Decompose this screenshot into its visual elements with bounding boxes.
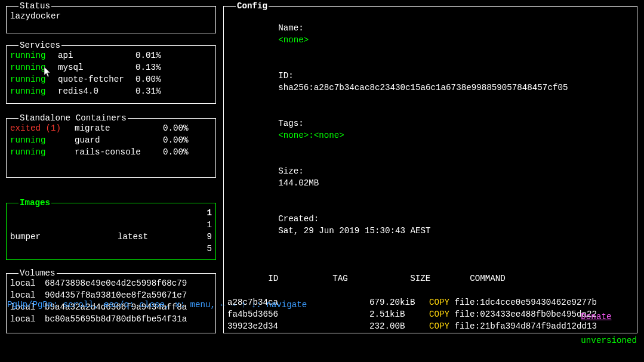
config-id-row: ID: sha256:a28c7b34cac8c23430c15a6c1a673…: [227, 58, 633, 106]
image-count: 1: [207, 219, 212, 231]
image-row[interactable]: bumperlatest9: [10, 231, 212, 243]
config-size-value: 144.02MB: [278, 178, 319, 188]
services-panel[interactable]: Services runningapi0.01%runningmysql0.13…: [6, 45, 216, 104]
container-state: running: [10, 146, 75, 158]
container-name: rails-console: [75, 146, 163, 158]
footer-bar: PgUp/PgDn: scroll, esc/q: close, x: menu…: [7, 299, 637, 358]
col-id: ID: [268, 273, 332, 284]
service-state: running: [10, 49, 58, 61]
service-name: quote-fetcher: [58, 73, 135, 85]
config-name-label: Name:: [278, 22, 332, 34]
service-cpu: 0.01%: [135, 49, 161, 61]
service-row[interactable]: runningapi0.01%: [10, 49, 212, 61]
volume-id: 68473898e49e0e4d2c5998f68c79: [45, 277, 187, 289]
service-state: running: [10, 73, 58, 85]
container-name: guard: [75, 134, 163, 146]
config-size-row: Size: 144.02MB: [227, 153, 633, 201]
service-row[interactable]: runningredis4.00.31%: [10, 85, 212, 97]
footer-help: PgUp/PgDn: scroll, esc/q: close, x: menu…: [7, 299, 307, 358]
container-name: migrate: [75, 122, 163, 134]
image-count: 5: [207, 243, 212, 255]
config-id-value: sha256:a28c7b34cac8c23430c15a6c1a6738e99…: [278, 83, 568, 92]
config-tags-a: <none>: [278, 131, 309, 140]
container-state: running: [10, 134, 75, 146]
project-name: lazydocker: [10, 10, 212, 22]
layers-header: IDTAGSIZECOMMAND: [227, 261, 633, 296]
service-state: running: [10, 85, 58, 97]
service-name: mysql: [58, 61, 135, 73]
image-row[interactable]: 1: [10, 219, 212, 231]
container-cpu: 0.00%: [163, 146, 189, 158]
image-count: 9: [207, 231, 212, 243]
service-row[interactable]: runningquote-fetcher0.00%: [10, 73, 212, 85]
volume-row[interactable]: local68473898e49e0e4d2c5998f68c79: [10, 277, 212, 289]
service-name: api: [58, 49, 135, 61]
standalone-panel[interactable]: Standalone Containers exited (1)migrate0…: [6, 118, 216, 178]
config-tags-b: <none>: [314, 131, 344, 140]
container-state: exited (1): [10, 122, 75, 134]
config-tags-label: Tags:: [278, 117, 332, 129]
config-created-row: Created: Sat, 29 Jun 2019 15:30:43 AEST: [227, 201, 633, 249]
image-row[interactable]: 1: [10, 207, 212, 219]
config-created-label: Created:: [278, 213, 332, 225]
container-row[interactable]: exited (1)migrate0.00%: [10, 122, 212, 134]
col-tag: TAG: [332, 273, 410, 284]
version-label: unversioned: [581, 336, 637, 345]
image-count: 1: [207, 207, 212, 219]
service-name: redis4.0: [58, 85, 135, 97]
service-cpu: 0.13%: [135, 61, 161, 73]
service-cpu: 0.31%: [135, 85, 161, 97]
config-name-row: Name: <none>: [227, 10, 633, 58]
volume-driver: local: [10, 277, 45, 289]
status-panel[interactable]: Status lazydocker: [6, 6, 216, 33]
config-size-label: Size:: [278, 165, 332, 177]
config-name-value: <none>: [278, 35, 309, 45]
container-cpu: 0.00%: [163, 122, 189, 134]
container-cpu: 0.00%: [163, 134, 189, 146]
service-state: running: [10, 61, 58, 73]
col-size: SIZE: [410, 273, 470, 284]
col-command: COMMAND: [470, 274, 506, 283]
donate-link[interactable]: Donate: [581, 312, 611, 321]
image-row[interactable]: 5: [10, 243, 212, 255]
service-row[interactable]: runningmysql0.13%: [10, 61, 212, 73]
container-row[interactable]: runningrails-console0.00%: [10, 146, 212, 158]
config-panel[interactable]: Config Name: <none> ID: sha256:a28c7b34c…: [223, 6, 637, 333]
config-id-label: ID:: [278, 70, 332, 82]
images-panel[interactable]: Images 11bumperlatest95: [6, 203, 216, 260]
image-name: bumper: [10, 231, 41, 243]
config-tags-row: Tags: <none>:<none>: [227, 106, 633, 153]
service-cpu: 0.00%: [135, 73, 161, 85]
config-created-value: Sat, 29 Jun 2019 15:30:43 AEST: [278, 226, 430, 236]
image-tag: latest: [118, 231, 148, 243]
container-row[interactable]: runningguard0.00%: [10, 134, 212, 146]
